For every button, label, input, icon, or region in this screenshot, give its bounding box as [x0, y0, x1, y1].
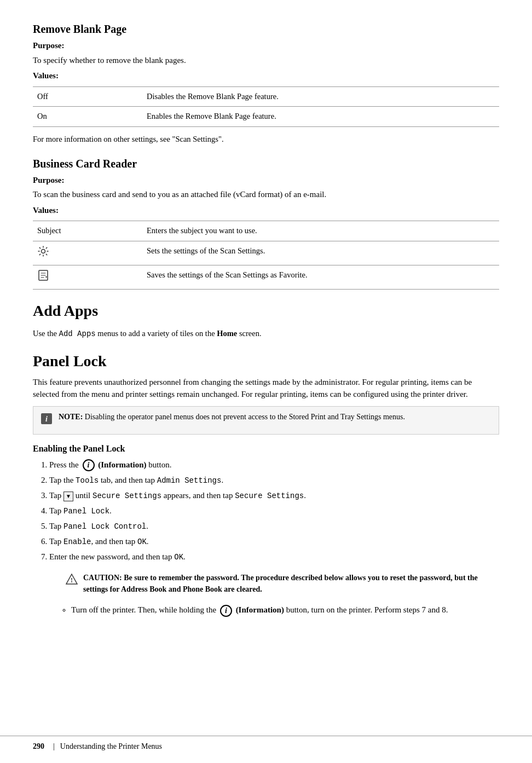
step-3: Tap ▼ until Secure Settings appears, and… [49, 489, 499, 502]
step-2: Tap the Tools tab, and then tap Admin Se… [49, 474, 499, 487]
panel-lock-description: This feature prevents unauthorized perso… [33, 376, 499, 401]
caution-box: ! CAUTION: Be sure to remember the passw… [49, 569, 499, 598]
add-apps-section: Add Apps Use the Add Apps menus to add a… [33, 299, 499, 340]
business-card-reader-purpose-label: Purpose: [33, 174, 499, 187]
table-row: Saves the settings of the Scan Settings … [33, 265, 499, 289]
caution-text: CAUTION: Be sure to remember the passwor… [83, 572, 499, 595]
add-apps-desc-pre: Use the [33, 329, 59, 338]
step6-code2: OK [137, 537, 147, 546]
step6-code1: Enable [63, 537, 91, 546]
note-icon: i [40, 412, 53, 430]
page-footer: 290 | Understanding the Printer Menus [0, 736, 532, 752]
steps-list: Press the i (Information) button. Tap th… [49, 459, 499, 617]
table-cell-value: Enables the Remove Blank Page feature. [142, 107, 499, 127]
remove-blank-page-purpose-text: To specify whether to remove the blank p… [33, 54, 499, 67]
table-cell-value: Disables the Remove Blank Page feature. [142, 86, 499, 107]
add-apps-title: Add Apps [33, 299, 499, 322]
svg-point-0 [42, 250, 45, 253]
business-card-reader-section: Business Card Reader Purpose: To scan th… [33, 155, 499, 290]
enabling-panel-lock-title: Enabling the Panel Lock [33, 442, 499, 455]
add-apps-desc-mid: menus to add a variety of tiles on the [96, 329, 217, 338]
step5-code: Panel Lock Control [63, 522, 146, 531]
step4-code: Panel Lock [63, 507, 109, 516]
remove-blank-page-table: Off Disables the Remove Blank Page featu… [33, 86, 499, 128]
arrow-icon: ▼ [63, 492, 73, 501]
table-cell-value: Saves the settings of the Scan Settings … [142, 265, 499, 289]
step3-code1: Secure Settings [92, 492, 161, 500]
step-4: Tap Panel Lock. [49, 505, 499, 517]
note-content: Disabling the operator panel menus does … [85, 413, 405, 421]
table-cell-value: Sets the settings of the Scan Settings. [142, 241, 499, 265]
footer-text: Understanding the Printer Menus [60, 741, 162, 752]
table-cell-key [33, 241, 142, 265]
add-apps-desc-bold: Home [217, 329, 237, 338]
table-cell-value: Enters the subject you want to use. [142, 221, 499, 241]
caution-icon: ! [66, 573, 78, 589]
note-box: i NOTE: Disabling the operator panel men… [33, 406, 499, 435]
table-row: On Enables the Remove Blank Page feature… [33, 107, 499, 127]
step-7: Enter the new password, and then tap OK.… [49, 551, 499, 617]
caution-content: Be sure to remember the password. The pr… [83, 574, 478, 593]
business-card-reader-purpose-text: To scan the business card and send to yo… [33, 188, 499, 201]
add-apps-description: Use the Add Apps menus to add a variety … [33, 328, 499, 340]
step-6: Tap Enable, and then tap OK. [49, 535, 499, 548]
note-label: NOTE: [59, 413, 85, 421]
bullet1-bold: (Information) [236, 605, 284, 614]
svg-text:!: ! [71, 576, 73, 584]
footer-page-number: 290 [33, 741, 44, 752]
add-apps-desc-post: screen. [237, 329, 261, 338]
panel-lock-section: Panel Lock This feature prevents unautho… [33, 350, 499, 617]
step3-code2: Secure Settings [235, 492, 304, 500]
step7-code: OK [174, 553, 183, 562]
remove-blank-page-values-label: Values: [33, 70, 499, 82]
business-card-reader-title: Business Card Reader [33, 155, 499, 172]
table-row: Off Disables the Remove Blank Page featu… [33, 86, 499, 107]
table-cell-key: Off [33, 86, 142, 107]
step1-bold: (Information) [98, 460, 146, 469]
note-text: NOTE: Disabling the operator panel menus… [59, 411, 405, 423]
remove-blank-page-title: Remove Blank Page [33, 21, 499, 37]
favorite-icon [37, 269, 49, 281]
panel-lock-title: Panel Lock [33, 350, 499, 373]
step-5: Tap Panel Lock Control. [49, 520, 499, 533]
step2-code1: Tools [76, 476, 99, 485]
remove-blank-page-section: Remove Blank Page Purpose: To specify wh… [33, 21, 499, 146]
step2-code2: Admin Settings [157, 476, 222, 485]
svg-text:i: i [45, 415, 48, 423]
info-icon-bullet: i [220, 605, 232, 617]
gear-icon [37, 245, 49, 257]
business-card-reader-table: Subject Enters the subject you want to u… [33, 221, 499, 289]
table-cell-key [33, 265, 142, 289]
add-apps-desc-code: Add Apps [59, 330, 96, 338]
info-icon-step1: i [83, 459, 95, 471]
remove-blank-page-purpose-label: Purpose: [33, 39, 499, 52]
business-card-reader-values-label: Values: [33, 204, 499, 217]
more-info-text: For more information on other settings, … [33, 134, 499, 146]
caution-label: CAUTION: [83, 574, 124, 582]
bullets-list: Turn off the printer. Then, while holdin… [71, 604, 499, 617]
table-row: Subject Enters the subject you want to u… [33, 221, 499, 241]
footer-separator: | [53, 741, 55, 752]
bullet-1: Turn off the printer. Then, while holdin… [71, 604, 499, 617]
step-1: Press the i (Information) button. [49, 459, 499, 472]
table-cell-key: On [33, 107, 142, 127]
table-row: Sets the settings of the Scan Settings. [33, 241, 499, 265]
table-cell-key: Subject [33, 221, 142, 241]
